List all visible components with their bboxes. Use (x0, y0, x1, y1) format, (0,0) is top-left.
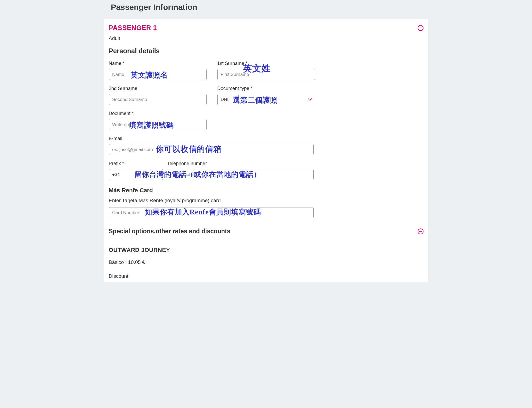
passenger-type: Adult (109, 35, 423, 41)
collapse-icon[interactable] (418, 25, 423, 31)
doctype-select[interactable]: DNI (217, 94, 239, 105)
prefix-input[interactable] (109, 169, 151, 180)
phone-label: Telephone number (167, 161, 207, 166)
special-options-heading: Special options,other rates and discount… (109, 228, 231, 235)
email-input[interactable] (109, 144, 314, 155)
personal-details-heading: Personal details (109, 47, 423, 55)
phone-input[interactable] (162, 169, 314, 180)
name-label: Name * (109, 61, 207, 66)
name-input[interactable] (109, 69, 207, 80)
mas-renfe-heading: Más Renfe Card (109, 187, 423, 194)
surname1-input[interactable] (217, 69, 315, 80)
passenger-heading: PASSENGER 1 (109, 24, 157, 32)
loyalty-card-input[interactable] (109, 207, 314, 218)
surname1-label: 1st Surname * (217, 61, 315, 66)
outward-journey-heading: OUTWARD JOURNEY (109, 247, 423, 254)
chevron-down-icon (308, 98, 312, 101)
loyalty-description: Enter Tarjeta Más Renfe (loyalty program… (109, 198, 423, 203)
discount-label: Discount (109, 273, 423, 279)
page-title: Passenger Information (111, 3, 428, 12)
document-label: Document * (109, 111, 207, 116)
email-label: E-mail (109, 136, 314, 141)
prefix-label: Prefix * (109, 161, 124, 166)
surname2-input[interactable] (109, 94, 207, 105)
collapse-icon[interactable] (418, 229, 423, 234)
fare-line: Básico : 10.05 € (109, 259, 423, 265)
doctype-label: Document type * (217, 86, 315, 91)
surname2-label: 2nd Surname (109, 86, 207, 91)
document-input[interactable] (109, 119, 207, 130)
